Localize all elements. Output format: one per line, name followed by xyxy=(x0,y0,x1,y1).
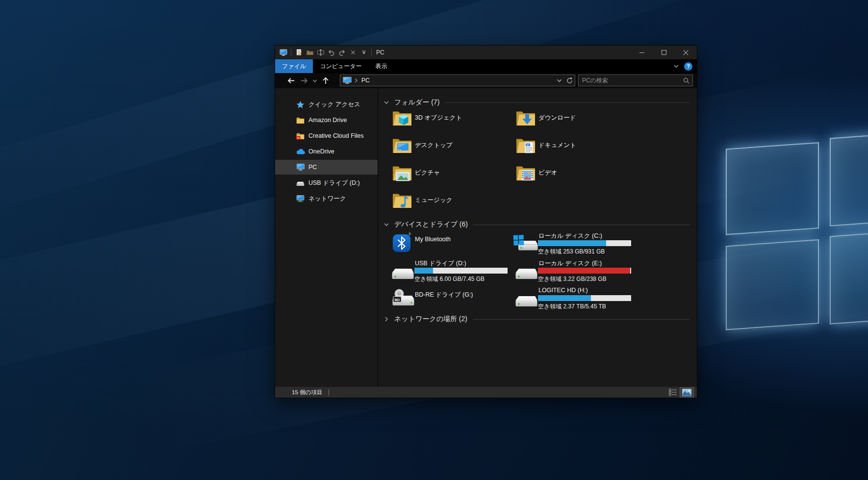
file-tile[interactable]: 3D オブジェクト xyxy=(391,110,510,135)
folder-downloads-icon xyxy=(515,110,536,129)
file-tile-label: 3D オブジェクト xyxy=(415,114,462,122)
help-button[interactable]: ? xyxy=(684,62,692,71)
disk-usage-fill xyxy=(538,268,630,274)
file-tile-label: ローカル ディスク (C:) xyxy=(538,232,602,240)
file-tile[interactable]: デスクトップ xyxy=(391,137,510,163)
properties-icon[interactable] xyxy=(294,47,304,58)
content-area: クイック アクセスAmazon Drive∞Creative Cloud Fil… xyxy=(275,88,697,387)
file-tile[interactable]: ローカル ディスク (C:)空き領域 253 GB/931 GB xyxy=(514,232,633,257)
history-dropdown-icon[interactable] xyxy=(310,75,319,87)
rename-icon[interactable] xyxy=(315,47,326,58)
free-space-label: 空き領域 3.22 GB/238 GB xyxy=(538,275,607,283)
file-tile[interactable]: ®My Bluetooth xyxy=(391,232,510,257)
address-bar[interactable]: PC xyxy=(340,75,575,86)
nav-buttons xyxy=(285,75,332,87)
group-header-line xyxy=(473,319,690,320)
sidebar-item-6[interactable]: ネットワーク xyxy=(275,191,378,206)
separator xyxy=(291,49,291,56)
sidebar-item-4[interactable]: PC xyxy=(275,160,378,175)
pc-monitor-icon xyxy=(342,76,352,84)
group-header-line xyxy=(473,225,690,225)
disk-usage-bar xyxy=(414,268,508,274)
file-tile-label: ドキュメント xyxy=(538,141,576,150)
group-header[interactable]: デバイスとドライブ (6) xyxy=(383,220,690,229)
address-dropdown-icon[interactable] xyxy=(554,75,564,86)
file-tile[interactable]: LOGITEC HD (H:)空き領域 2.37 TB/5.45 TB xyxy=(514,287,633,312)
free-space-label: 空き領域 253 GB/931 GB xyxy=(538,248,605,256)
disk-usage-fill xyxy=(538,240,606,246)
file-tile[interactable]: ビデオ xyxy=(514,165,633,190)
file-tile[interactable]: BDBD-RE ドライブ (G:) xyxy=(391,287,510,312)
search-icon[interactable] xyxy=(680,75,692,86)
file-tile-label: LOGITEC HD (H:) xyxy=(538,287,588,294)
refresh-icon[interactable] xyxy=(564,75,575,86)
chevron-right-icon[interactable] xyxy=(383,316,391,323)
drive-icon xyxy=(514,293,538,311)
search-box xyxy=(578,75,693,86)
sidebar-item-5[interactable]: USB ドライブ (D:) xyxy=(275,176,378,190)
menu-tab-file[interactable]: ファイル xyxy=(275,59,313,73)
file-tile-label: ダウンロード xyxy=(538,114,576,122)
file-tile[interactable]: USB ドライブ (D:)空き領域 6.00 GB/7.45 GB xyxy=(391,259,510,285)
titlebar: PC xyxy=(275,46,697,59)
chevron-down-icon[interactable] xyxy=(383,221,391,228)
file-tile-label: ミュージック xyxy=(415,196,452,204)
address-controls xyxy=(554,75,575,86)
close-button[interactable] xyxy=(675,46,697,59)
forward-icon[interactable] xyxy=(298,75,310,87)
details-view-icon[interactable] xyxy=(666,388,679,397)
file-tile[interactable]: ダウンロード xyxy=(514,110,633,135)
ribbon-collapse-icon[interactable] xyxy=(673,63,680,70)
chevron-down-icon[interactable] xyxy=(383,99,391,106)
view-switcher xyxy=(666,388,693,397)
status-bar: 15 個の項目 xyxy=(275,387,697,398)
maximize-button[interactable] xyxy=(653,46,675,59)
free-space-label: 空き領域 2.37 TB/5.45 TB xyxy=(538,303,606,311)
group-header[interactable]: フォルダー (7) xyxy=(383,98,690,107)
delete-icon[interactable] xyxy=(348,47,358,58)
minimize-button[interactable] xyxy=(631,46,653,59)
sidebar-item-2[interactable]: ∞Creative Cloud Files xyxy=(275,128,378,143)
sidebar-item-label: OneDrive xyxy=(308,148,334,155)
file-tile-label: BD-RE ドライブ (G:) xyxy=(415,291,473,299)
sidebar-item-label: USB ドライブ (D:) xyxy=(308,179,360,187)
quick-access-toolbar xyxy=(275,47,374,58)
undo-icon[interactable] xyxy=(326,47,336,58)
menu-tab-view[interactable]: 表示 xyxy=(369,59,394,73)
file-tile[interactable]: ローカル ディスク (E:)空き領域 3.22 GB/238 GB xyxy=(514,259,633,285)
free-space-label: 空き領域 6.00 GB/7.45 GB xyxy=(414,275,485,283)
breadcrumb[interactable]: PC xyxy=(359,77,372,84)
sidebar-item-0[interactable]: クイック アクセス xyxy=(275,97,378,112)
thumbnails-view-icon[interactable] xyxy=(680,388,693,397)
qat-dropdown-icon[interactable] xyxy=(358,47,369,58)
search-input[interactable] xyxy=(579,77,680,84)
file-tile[interactable]: ドキュメント xyxy=(514,137,633,163)
folder-videos-icon xyxy=(515,165,536,184)
new-folder-icon[interactable] xyxy=(305,47,315,58)
files-pane: フォルダー (7)3D オブジェクトデスクトップピクチャミュージックダウンロード… xyxy=(378,88,697,387)
menu-tab-computer[interactable]: コンピューター xyxy=(313,59,368,73)
sidebar-item-label: クイック アクセス xyxy=(308,101,360,109)
disk-usage-fill xyxy=(538,295,591,301)
quick-access-star-icon xyxy=(296,101,305,109)
folder-documents-icon xyxy=(515,137,536,156)
windows-drive-icon xyxy=(513,234,539,256)
sidebar-item-label: Creative Cloud Files xyxy=(308,132,364,139)
disk-usage-bar xyxy=(538,268,631,274)
file-tile-label: My Bluetooth xyxy=(415,236,451,243)
sidebar-item-1[interactable]: Amazon Drive xyxy=(275,113,378,127)
disk-usage-bar xyxy=(538,240,631,246)
back-icon[interactable] xyxy=(285,75,298,87)
file-tile-label: ビデオ xyxy=(538,169,557,177)
explorer-icon[interactable] xyxy=(278,47,288,58)
svg-text:∞: ∞ xyxy=(297,136,300,139)
sidebar-item-3[interactable]: OneDrive xyxy=(275,144,378,159)
file-tile[interactable]: ミュージック xyxy=(391,192,510,218)
window-title: PC xyxy=(376,49,384,56)
file-tile[interactable]: ピクチャ xyxy=(391,165,510,190)
redo-icon[interactable] xyxy=(337,47,347,58)
breadcrumb-chevron-icon[interactable] xyxy=(353,77,359,83)
file-tile-label: ピクチャ xyxy=(415,169,440,177)
up-icon[interactable] xyxy=(319,75,332,87)
group-header[interactable]: ネットワークの場所 (2) xyxy=(383,314,690,324)
